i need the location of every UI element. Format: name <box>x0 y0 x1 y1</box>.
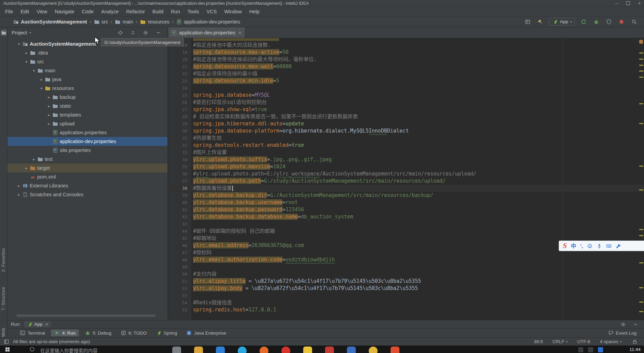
toolwindow-button-java-enterprise[interactable]: Java Enterprise <box>183 329 229 336</box>
clock[interactable]: 11:44 <box>629 347 641 352</box>
code-line-18[interactable]: 18#指定连接池中最大的活跃连接数. <box>168 42 644 49</box>
build-button[interactable] <box>537 18 544 26</box>
tree-item-src[interactable]: ▾src <box>8 57 167 66</box>
minimize-button[interactable]: ─ <box>615 1 618 5</box>
ime-punctuation-toggle[interactable]: ’, <box>580 243 583 248</box>
toolwindow-button-5-debug[interactable]: 5: Debug <box>82 329 115 336</box>
tree-item-static[interactable]: ▸static <box>8 102 167 110</box>
breadcrumb-auctionsystemmanagement[interactable]: AuctionSystemManagement <box>13 19 87 25</box>
code-line-25[interactable]: 25spring.jpa.database=MYSQL <box>168 92 644 99</box>
keyboard-icon[interactable] <box>606 243 612 249</box>
code-line-21[interactable]: 21spring.datasource.max-wait=60000 <box>168 63 644 70</box>
code-line-36[interactable]: 36#ylrc.upload.photo.path=E:/ylrc_worksp… <box>168 170 644 178</box>
taskbar-app-icon-6[interactable] <box>281 347 290 353</box>
tree-expanded-icon[interactable]: ▾ <box>31 68 37 73</box>
tree-item-pom.xml[interactable]: mpom.xml <box>8 172 167 181</box>
breadcrumb-resources[interactable]: resources <box>140 19 170 25</box>
tree-collapsed-icon[interactable]: ▸ <box>46 104 52 108</box>
ime-language-toggle[interactable]: 中 <box>571 243 576 248</box>
tree-item-site.properties[interactable]: site.properties <box>8 146 167 155</box>
hide-run-panel-button[interactable] <box>632 321 639 328</box>
stop-button[interactable] <box>618 18 625 26</box>
toolwindow-switcher-icon[interactable] <box>3 338 10 346</box>
code-line-40[interactable]: 40ylrc.database.backup.username=root <box>168 199 644 206</box>
taskbar-app-icon-3[interactable] <box>216 347 225 353</box>
error-stripe[interactable] <box>639 38 644 320</box>
breadcrumb-main[interactable]: main <box>115 19 133 25</box>
tree-item-upload[interactable]: ▸upload <box>8 119 167 128</box>
tree-item-backup[interactable]: ▸backup <box>8 93 167 102</box>
toolwindow-button-4-run[interactable]: 4: Run <box>51 329 79 336</box>
menu-window[interactable]: Window <box>220 9 246 14</box>
code-line-54[interactable]: 54#Redis链接信息 <box>168 299 644 306</box>
tree-item-application-dev.properties[interactable]: application-dev.properties <box>8 137 167 146</box>
tree-item-scratches-and-consoles[interactable]: ▸Scratches and Consoles <box>8 190 167 199</box>
collapse-all-button[interactable] <box>129 29 137 36</box>
code-line-22[interactable]: 22#指定必须保持连接的最小值 <box>168 70 644 77</box>
code-line-50[interactable]: 50#支付内容 <box>168 271 644 278</box>
menu-run[interactable]: Run <box>167 9 184 14</box>
taskbar-app-icon-7[interactable] <box>303 347 312 353</box>
tree-item-templates[interactable]: ▸templates <box>8 110 167 119</box>
code-line-49[interactable]: 49 <box>168 263 644 271</box>
close-icon[interactable]: × <box>45 321 48 327</box>
toolwindow-button-6-todo[interactable]: 6: TODO <box>117 329 150 336</box>
tree-item-target[interactable]: ▸target <box>8 164 167 172</box>
toolwindow-button-spring[interactable]: Spring <box>152 329 180 336</box>
tree-item-test[interactable]: ▸test <box>8 155 167 164</box>
code-line-39[interactable]: 39ylrc.database.backup.dir=G:/AuctionSys… <box>168 192 644 199</box>
code-line-32[interactable]: 32spring.devtools.restart.enabled=true <box>168 142 644 149</box>
close-icon[interactable]: × <box>238 30 241 35</box>
hide-panel-button[interactable] <box>155 29 162 36</box>
code-line-35[interactable]: 35ylrc.upload.photo.maxsize=1024 <box>168 163 644 170</box>
code-line-41[interactable]: 41ylrc.database.backup.password=123456 <box>168 206 644 213</box>
tray-icon[interactable] <box>578 347 583 352</box>
tree-item-main[interactable]: ▾main <box>8 66 167 75</box>
menu-refactor[interactable]: Refactor <box>122 9 149 14</box>
code-line-27[interactable]: 27spring.jpa.show-sql=true <box>168 106 644 113</box>
taskbar-app-icon-9[interactable] <box>347 347 356 353</box>
tree-collapsed-icon[interactable]: ▸ <box>23 51 30 55</box>
debug-button[interactable] <box>592 18 600 26</box>
code-line-23[interactable]: 23spring.datasource.min-idle=5 <box>168 77 644 85</box>
menu-tools[interactable]: Tools <box>184 9 203 14</box>
tree-item-resources[interactable]: ▾resources <box>8 84 167 93</box>
tray-icon[interactable] <box>588 347 593 352</box>
tree-expanded-icon[interactable]: ▾ <box>16 42 22 46</box>
indent-widget[interactable]: 4 spaces ▾ <box>600 339 621 344</box>
menu-navigate[interactable]: Navigate <box>51 9 78 14</box>
horizontal-scrollbar[interactable] <box>16 314 156 317</box>
editor-tab[interactable]: application-dev.properties × <box>168 27 245 38</box>
wrench-icon[interactable] <box>616 243 621 249</box>
code-line-28[interactable]: 28# 自动检查实体和数据库表是否一致，如果不一致则会进行更新数据库表 <box>168 113 644 120</box>
code-line-20[interactable]: 20#指定连接池等待连接返回的最大等待时间，毫秒单位. <box>168 56 644 63</box>
rerun-button[interactable] <box>580 18 587 26</box>
menu-code[interactable]: Code <box>78 9 98 14</box>
taskbar-app-icon-5[interactable] <box>260 347 268 353</box>
code-line-30[interactable]: 30spring.jpa.database-platform=org.hiber… <box>168 127 644 135</box>
breadcrumb-src[interactable]: src <box>94 19 108 25</box>
code-line-24[interactable]: 24 <box>168 85 644 92</box>
encoding-widget[interactable]: UTF-8 <box>577 339 590 344</box>
toolwindow-button-terminal[interactable]: Terminal <box>16 329 48 336</box>
taskbar-app-icon-4[interactable] <box>238 347 247 353</box>
panel-settings-button[interactable] <box>142 29 149 36</box>
mic-icon[interactable] <box>597 243 602 249</box>
tray-icon[interactable] <box>598 347 603 352</box>
code-line-26[interactable]: 26#是否打印显示sql语句到控制台 <box>168 99 644 106</box>
code-line-19[interactable]: 19spring.datasource.max-active=50 <box>168 49 644 56</box>
code-line-42[interactable]: 42ylrc.database.backup.database.name=db_… <box>168 213 644 220</box>
readonly-lock-button[interactable] <box>631 338 639 346</box>
code-line-31[interactable]: 31#热部署生效 <box>168 135 644 142</box>
caret-position-widget[interactable]: 38:9 <box>534 339 543 344</box>
editor-viewport[interactable]: 18#指定连接池中最大的活跃连接数.19spring.datasource.ma… <box>168 38 644 320</box>
line-separator-widget[interactable]: CRLF ▾ <box>552 339 568 344</box>
run-tab-app[interactable]: App × <box>24 321 51 327</box>
run-settings-button[interactable] <box>619 321 627 328</box>
menu-analyze[interactable]: Analyze <box>97 9 122 14</box>
code-line-51[interactable]: 51ylrc.alipay.title = \u827a\u672f\u54c1… <box>168 278 644 285</box>
breadcrumb-application-dev.properties[interactable]: application-dev.properties <box>176 19 240 25</box>
tree-item-java[interactable]: ▸java <box>8 75 167 84</box>
menu-build[interactable]: Build <box>149 9 167 14</box>
code-line-17-partial[interactable] <box>168 38 644 42</box>
